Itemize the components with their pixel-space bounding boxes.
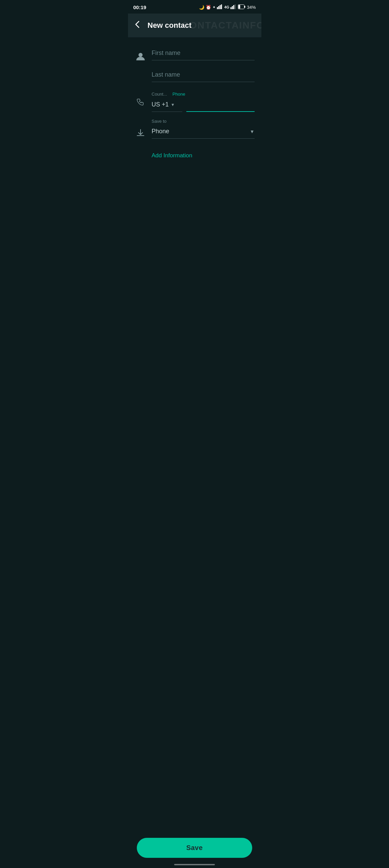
page-title: New contact	[148, 21, 192, 30]
add-information-button[interactable]: Add Information	[152, 150, 255, 162]
svg-rect-9	[244, 6, 245, 8]
phone-field-label: Phone	[172, 92, 185, 97]
save-icon	[135, 128, 146, 140]
signal-icon-2	[230, 4, 237, 10]
country-dropdown-arrow: ▼	[171, 102, 175, 107]
save-to-value: Phone	[152, 128, 169, 135]
4g-label: 4G	[224, 5, 229, 9]
bluetooth-icon: ✦	[212, 5, 216, 9]
country-label: Count...	[152, 92, 167, 97]
status-icons: 🌙 ⏰ ✦ 4G 34%	[199, 4, 256, 10]
phone-number-wrapper	[186, 98, 255, 112]
phone-label-row: Count... Phone	[152, 92, 255, 98]
phone-number-input[interactable]	[186, 98, 255, 112]
save-to-label: Save to	[152, 119, 255, 124]
phone-row: Count... Phone US +1 ▼	[135, 92, 255, 112]
svg-rect-10	[239, 5, 240, 8]
signal-icon	[217, 4, 223, 10]
battery-icon	[238, 4, 245, 10]
header-watermark: CONTACTAINFO	[182, 20, 261, 31]
phone-fields: Count... Phone US +1 ▼	[152, 92, 255, 112]
last-name-input[interactable]	[152, 67, 255, 82]
back-button[interactable]	[133, 20, 142, 31]
svg-rect-4	[230, 7, 231, 9]
person-icon	[135, 52, 146, 64]
svg-rect-0	[217, 7, 218, 9]
first-name-input[interactable]	[152, 45, 255, 60]
country-code: US +1	[152, 101, 169, 108]
phone-icon	[135, 98, 146, 110]
first-name-row	[135, 45, 255, 89]
select-dropdown-arrow: ▼	[250, 129, 255, 134]
phone-input-section: US +1 ▼	[152, 98, 255, 112]
form-container: Count... Phone US +1 ▼ Save to	[128, 37, 261, 170]
save-to-section: Save to Phone ▼	[135, 119, 255, 140]
save-to-select[interactable]: Phone ▼	[152, 125, 255, 139]
svg-rect-2	[220, 5, 221, 9]
country-selector[interactable]: US +1 ▼	[152, 98, 182, 112]
svg-rect-3	[221, 4, 222, 9]
battery-percent: 34%	[247, 5, 256, 10]
status-bar: 00:19 🌙 ⏰ ✦ 4G	[128, 0, 261, 14]
save-to-content: Save to Phone ▼	[152, 119, 255, 139]
svg-rect-6	[233, 5, 234, 9]
svg-rect-7	[235, 4, 236, 9]
status-time: 00:19	[133, 4, 146, 10]
alarm-icon: ⏰	[206, 5, 211, 10]
svg-rect-1	[218, 6, 219, 9]
svg-rect-5	[232, 6, 233, 9]
name-fields	[152, 45, 255, 89]
moon-icon: 🌙	[199, 5, 204, 10]
svg-point-11	[138, 53, 143, 57]
header: New contact CONTACTAINFO	[128, 14, 261, 37]
